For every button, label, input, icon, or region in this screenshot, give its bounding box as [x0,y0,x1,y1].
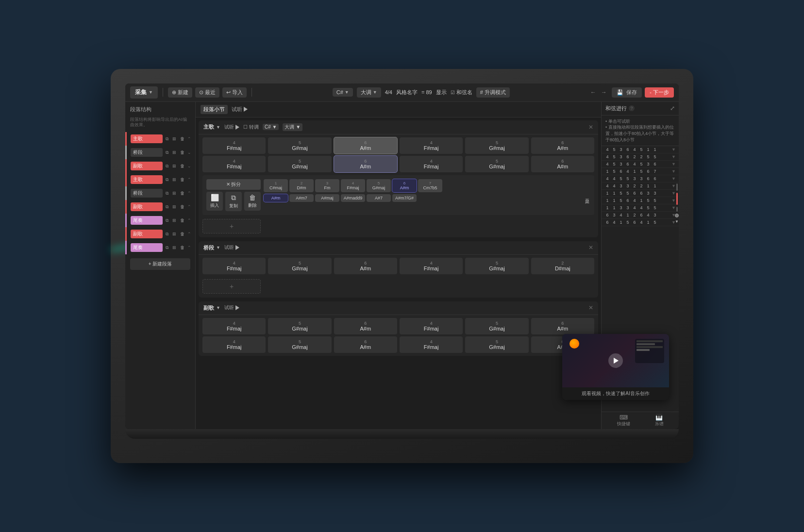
expand-panel-button[interactable]: ⤢ [670,105,675,112]
sidebar-item-delete-5[interactable]: 🗑 [179,204,185,210]
sidebar-item-grid-1[interactable]: ⊞ [171,150,177,155]
sidebar-item-copy-7[interactable]: ⧉ [165,231,169,237]
chord-scale-0[interactable]: 大调 ▼ [283,123,302,131]
sidebar-item-0[interactable]: 主歌 ⧉ ⊞ 🗑 ⌃ [125,132,195,146]
sidebar-item-grid-3[interactable]: ⊞ [171,177,177,183]
sidebar-item-delete-2[interactable]: 🗑 [179,163,185,169]
sidebar-item-grid-5[interactable]: ⊞ [171,204,177,210]
variant-chord-0[interactable]: A#m [264,194,288,202]
undo-button[interactable]: ← [588,88,598,97]
sidebar-item-7[interactable]: 副歌 ⧉ ⊞ 🗑 ⌃ [125,227,195,241]
next-button[interactable]: 下一步 [645,87,674,98]
chord-cell-0-0-2[interactable]: 6 A#m [334,137,397,154]
variant-chord-2[interactable]: A#maj [315,194,339,202]
scroll-knob[interactable] [675,214,679,217]
import-button[interactable]: ↩ 导入 [222,87,247,98]
variant-chord-4[interactable]: A#7 [367,194,391,202]
sidebar-item-delete-8[interactable]: 🗑 [179,245,185,250]
chord-cell-2-1-2[interactable]: 6A#m [334,336,397,353]
chord-cell-2-1-3[interactable]: 4F#maj [400,336,463,353]
sidebar-item-copy-4[interactable]: ⧉ [165,190,169,197]
harmony-row-6[interactable]: 1 1 5 5 6 6 3 3 ▼ [602,190,679,197]
chord-cell-2-0-5[interactable]: 6A#m [531,318,594,334]
insert-button[interactable]: ⬜ 插入 [206,192,223,211]
sidebar-item-copy-3[interactable]: ⧉ [165,177,169,183]
key-selector[interactable]: C# ▼ [333,88,353,97]
chord-cell-2-0-0[interactable]: 4F#maj [202,318,266,334]
tab-section-bars[interactable]: 段落小节 [201,105,228,114]
sidebar-item-copy-5[interactable]: ⧉ [165,204,169,210]
split-button[interactable]: ✕ 拆分 [206,179,261,190]
harmony-row-5[interactable]: 4 4 3 3 2 2 1 1 ▼ [602,183,679,190]
scale-chord-6[interactable]: 7 Cm7b5 [418,179,442,192]
scale-chord-1[interactable]: 2 D#m [289,179,314,192]
sidebar-item-delete-0[interactable]: 🗑 [179,136,185,142]
chord-cell-1-0-0[interactable]: 4 F#maj [202,258,266,274]
add-bar-0[interactable]: + [202,219,261,233]
sidebar-item-delete-1[interactable]: 🗑 [179,150,185,155]
sidebar-item-copy-8[interactable]: ⧉ [165,245,169,251]
harmony-row-8[interactable]: 1 1 3 3 4 4 5 5 ▼ [602,204,679,212]
chord-cell-1-0-2[interactable]: 6 A#m [334,258,397,274]
harmony-row-10[interactable]: 6 4 1 5 6 4 1 5 ▼ [602,219,679,226]
chord-cell-1-0-3[interactable]: 4 F#maj [400,258,463,274]
variant-chord-5[interactable]: A#m7/G# [392,194,417,202]
delete-button[interactable]: 🗑 删除 [244,192,261,211]
chord-cell-1-0-4[interactable]: 5 G#maj [465,258,528,274]
section-close-1[interactable]: ✕ [588,244,593,251]
chord-name-toggle[interactable]: ☑ 和弦名 [451,89,472,96]
scale-chord-2[interactable]: 3 Fm [315,179,339,192]
convert-toggle-0[interactable]: ☐ 转调 [243,124,259,131]
chord-cell-0-1-0[interactable]: 4 F#maj [202,156,266,172]
harmony-row-2[interactable]: 4 5 3 6 4 5 3 6 ▼ [602,161,679,168]
collect-button[interactable]: 采集 ▼ [130,86,158,99]
redo-button[interactable]: → [599,88,609,97]
harmony-row-7[interactable]: 1 1 5 6 4 1 5 5 ▼ [602,197,679,204]
copy-button[interactable]: ⧉ 复制 [225,192,242,211]
upgrade-button[interactable]: # 升调模式 [476,87,510,98]
sidebar-item-grid-4[interactable]: ⊞ [171,190,177,196]
section-listen-2[interactable]: 试听 [224,304,239,311]
scale-selector[interactable]: 大调 ▼ [357,87,381,98]
add-bar-1[interactable]: + [202,279,261,294]
harmony-row-9[interactable]: 6 3 4 1 2 6 4 3 ▼ [602,212,679,219]
sidebar-item-8[interactable]: 尾奏 ⧉ ⊞ 🗑 ⌃ [125,241,195,254]
chord-cell-2-1-0[interactable]: 4F#maj [202,336,266,353]
video-play-button[interactable] [608,353,623,368]
sidebar-item-6[interactable]: 尾奏 ⧉ ⊞ 🗑 ⌃ [125,214,195,227]
chord-cell-2-0-4[interactable]: 5G#maj [465,318,528,334]
sidebar-item-grid-7[interactable]: ⊞ [171,231,177,237]
sidebar-item-grid-2[interactable]: ⊞ [171,163,177,169]
save-button[interactable]: 💾 保存 [612,87,642,98]
sidebar-item-delete-3[interactable]: 🗑 [179,177,185,183]
section-listen-0[interactable]: 试听 [224,124,239,131]
section-close-2[interactable]: ✕ [588,304,593,311]
new-button[interactable]: ⊕ 新建 [168,87,192,98]
sidebar-item-grid-6[interactable]: ⊞ [171,217,177,223]
harmony-row-0[interactable]: 4 5 3 6 4 5 1 1 ▼ [602,146,679,153]
sidebar-item-4[interactable]: 桥段 ⧉ ⊞ 🗑 ⌃ [125,186,195,200]
chord-cell-0-1-1[interactable]: 5 G#maj [268,156,331,172]
chord-cell-2-1-4[interactable]: 5G#maj [465,336,528,353]
chord-cell-0-0-4[interactable]: 5 G#maj [465,137,528,154]
harmony-row-4[interactable]: 4 4 5 5 3 3 6 6 ▼ [602,175,679,183]
chord-cell-0-1-4[interactable]: 5 G#maj [465,156,528,172]
sidebar-item-3[interactable]: 主歌 ⧉ ⊞ 🗑 ⌃ [125,173,195,186]
sidebar-item-copy-1[interactable]: ⧉ [165,150,169,156]
sidebar-item-delete-4[interactable]: 🗑 [179,190,185,196]
chord-cell-2-0-1[interactable]: 5G#maj [268,318,331,334]
sidebar-item-grid-8[interactable]: ⊞ [171,245,177,250]
new-section-button[interactable]: + 新建段落 [130,258,190,270]
global-play-button[interactable]: 试听 [232,106,248,113]
piano-button[interactable]: 🎹 乐谱 [655,414,664,427]
sidebar-item-grid-0[interactable]: ⊞ [171,136,177,142]
chord-cell-0-0-0[interactable]: 4 F#maj [202,137,266,154]
chord-cell-1-0-5[interactable]: 2 D#maj [531,258,594,274]
sidebar-item-copy-0[interactable]: ⧉ [165,136,169,142]
chord-cell-0-0-1[interactable]: 5 G#maj [268,137,331,154]
sidebar-item-1[interactable]: 桥段 ⧉ ⊞ 🗑 ⌄ [125,146,195,159]
sidebar-item-delete-6[interactable]: 🗑 [179,217,185,223]
chord-cell-2-1-1[interactable]: 5G#maj [268,336,331,353]
chord-cell-0-1-2[interactable]: 6 A#m [334,156,397,172]
sidebar-item-delete-7[interactable]: 🗑 [179,231,185,237]
